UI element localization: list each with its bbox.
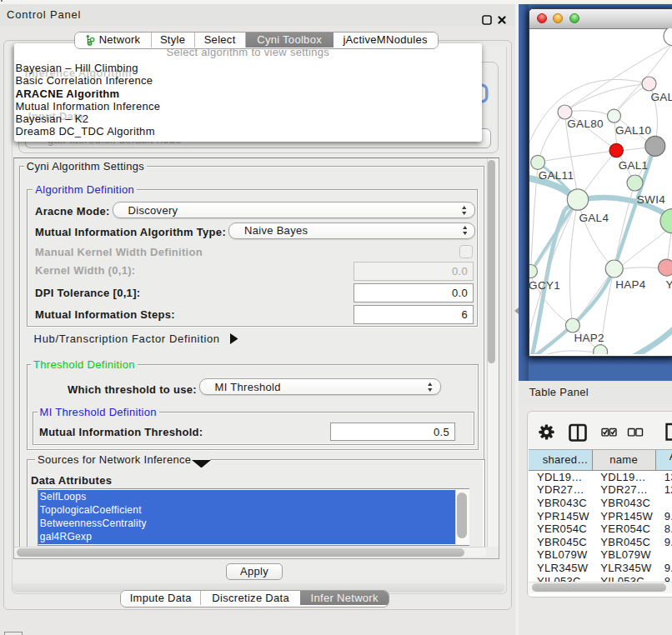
svg-text:GAL11: GAL11 [538,169,574,182]
svg-text:GAL: GAL [650,91,672,103]
svg-text:HAP2: HAP2 [574,332,604,344]
svg-text:GAL80: GAL80 [567,118,604,130]
svg-text:YJ: YJ [665,278,671,291]
svg-text:SWI4: SWI4 [636,193,664,206]
svg-text:GAL10: GAL10 [614,123,651,136]
svg-text:GCY1: GCY1 [529,279,560,292]
svg-text:GAL4: GAL4 [579,211,609,223]
svg-text:HAP4: HAP4 [615,278,646,291]
svg-text:GAL1: GAL1 [618,158,648,171]
